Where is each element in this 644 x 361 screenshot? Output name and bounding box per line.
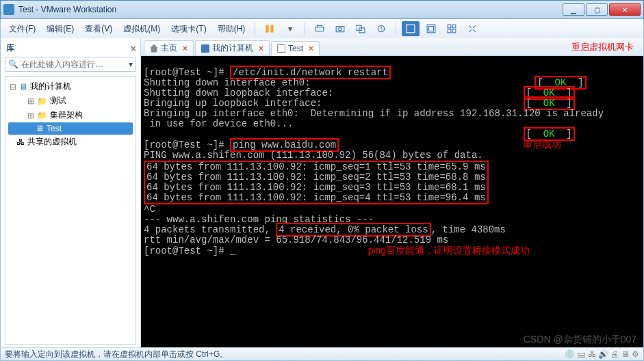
sidebar-title: 库 xyxy=(6,42,14,54)
menu-vm[interactable]: 虚拟机(M) xyxy=(119,21,164,37)
menu-file[interactable]: 文件(F) xyxy=(5,21,40,37)
sidebar: 库× 🔍 ▾ ⊟🖥我的计算机 ⊞📁测试 ⊞📁集群架构 🖥Test 🖧共享的虚拟机 xyxy=(1,38,141,347)
svg-rect-0 xyxy=(266,25,269,32)
close-button[interactable]: ✕ xyxy=(609,3,641,16)
annotation-ping-ok: ping百度能通，证明设置桥接模式成功 xyxy=(368,245,530,256)
dropdown-icon[interactable]: ▾ xyxy=(281,21,299,36)
maximize-button[interactable]: ▢ xyxy=(586,3,608,16)
menu-help[interactable]: 帮助(H) xyxy=(214,21,250,37)
svg-point-4 xyxy=(339,27,342,31)
window-title: Test - VMware Workstation xyxy=(18,5,563,14)
svg-rect-2 xyxy=(315,27,324,31)
menubar: 文件(F) 编辑(E) 查看(V) 虚拟机(M) 选项卡(T) 帮助(H) ▾ xyxy=(0,19,644,38)
status-bar: 要将输入定向到该虚拟机，请在虚拟机内部单击或按 Ctrl+G。 💿 🖴 🖧 🔊 … xyxy=(0,347,644,361)
svg-rect-11 xyxy=(448,25,451,28)
tree: ⊟🖥我的计算机 ⊞📁测试 ⊞📁集群架构 🖥Test 🖧共享的虚拟机 xyxy=(5,76,136,345)
tree-shared[interactable]: 🖧共享的虚拟机 xyxy=(8,135,133,149)
computer-icon xyxy=(201,44,209,53)
menu-edit[interactable]: 编辑(E) xyxy=(42,21,78,37)
terminal[interactable]: [root@Test ~]# /etc/init.d/network resta… xyxy=(141,56,643,347)
tree-vm-test[interactable]: 🖥Test xyxy=(8,122,133,135)
svg-rect-8 xyxy=(407,25,415,33)
titlebar: Test - VMware Workstation ▁ ▢ ✕ xyxy=(0,0,644,19)
svg-rect-10 xyxy=(429,27,434,31)
minimize-button[interactable]: ▁ xyxy=(563,3,584,16)
svg-rect-1 xyxy=(271,25,274,32)
snapshot-manager-icon[interactable] xyxy=(352,21,370,36)
tree-folder-test[interactable]: ⊞📁测试 xyxy=(8,94,133,108)
sidebar-close-icon[interactable]: × xyxy=(131,43,136,54)
tab-test[interactable]: Test× xyxy=(271,41,320,56)
send-ctrl-alt-del-icon[interactable] xyxy=(311,21,329,36)
fullscreen-icon[interactable] xyxy=(402,21,420,36)
svg-rect-13 xyxy=(448,29,451,33)
menu-tabs[interactable]: 选项卡(T) xyxy=(167,21,210,37)
svg-rect-14 xyxy=(452,29,456,33)
search-input[interactable] xyxy=(21,59,129,69)
tab-bar: 主页× 我的计算机× Test× 重启虚拟机网卡 xyxy=(141,38,643,56)
thumbnail-icon[interactable] xyxy=(443,21,461,36)
tab-close-icon[interactable]: × xyxy=(259,44,263,53)
pause-icon[interactable] xyxy=(261,21,279,36)
home-icon xyxy=(150,44,158,53)
tab-close-icon[interactable]: × xyxy=(183,44,188,53)
tab-home[interactable]: 主页× xyxy=(144,40,194,55)
tab-close-icon[interactable]: × xyxy=(309,44,313,53)
svg-rect-12 xyxy=(452,25,456,28)
snapshot-icon[interactable] xyxy=(331,21,349,36)
annotation-success: 重启成功 xyxy=(523,139,561,150)
stretch-icon[interactable] xyxy=(463,21,481,36)
search-icon: 🔍 xyxy=(8,59,18,69)
tree-root[interactable]: ⊟🖥我的计算机 xyxy=(8,79,133,94)
revert-icon[interactable] xyxy=(372,21,390,36)
tab-my-computer[interactable]: 我的计算机× xyxy=(195,40,270,55)
watermark: CSDN @杂货铺的小于007 xyxy=(524,334,636,345)
highlight-ping-results: 64 bytes from 111.13.100.92: icmp_seq=1 … xyxy=(144,161,489,204)
app-icon xyxy=(3,4,14,15)
content-area: 主页× 我的计算机× Test× 重启虚拟机网卡 [root@Test ~]# … xyxy=(141,38,643,347)
menu-view[interactable]: 查看(V) xyxy=(81,21,116,37)
unity-icon[interactable] xyxy=(422,21,440,36)
annotation-restart: 重启虚拟机网卡 xyxy=(571,41,634,53)
device-icons[interactable]: 💿 🖴 🖧 🔊 🖨 🖥 ⚙ xyxy=(565,349,639,359)
vm-icon xyxy=(277,44,285,53)
status-text: 要将输入定向到该虚拟机，请在虚拟机内部单击或按 Ctrl+G。 xyxy=(5,349,228,360)
search-box[interactable]: 🔍 ▾ xyxy=(5,57,136,72)
search-dropdown-icon[interactable]: ▾ xyxy=(129,59,133,69)
tree-folder-cluster[interactable]: ⊞📁集群架构 xyxy=(8,108,133,122)
